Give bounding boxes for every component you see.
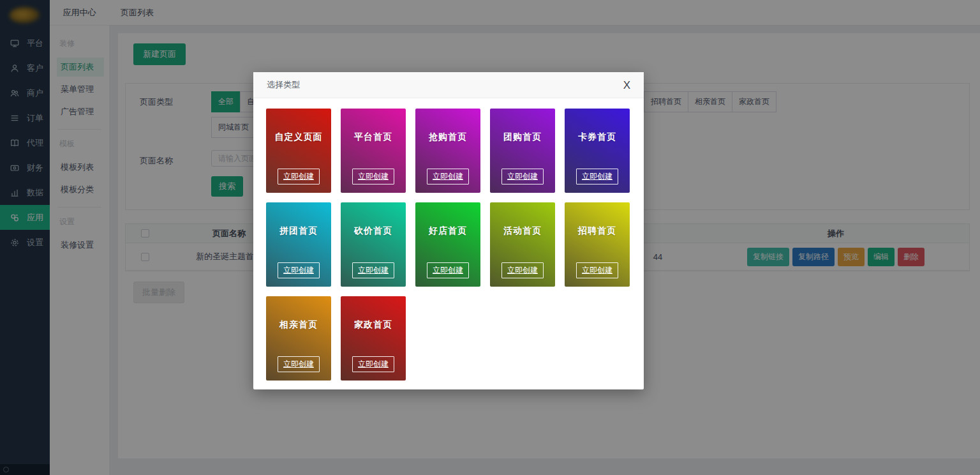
modal-header: 选择类型 X bbox=[253, 72, 644, 98]
card-title: 招聘首页 bbox=[578, 225, 616, 237]
card-title: 家政首页 bbox=[354, 319, 392, 331]
page-type-card[interactable]: 好店首页 立即创建 bbox=[415, 202, 480, 287]
create-now-button[interactable]: 立即创建 bbox=[501, 262, 544, 278]
page-type-card[interactable]: 平台首页 立即创建 bbox=[341, 109, 406, 193]
card-title: 自定义页面 bbox=[275, 132, 323, 143]
card-title: 砍价首页 bbox=[354, 225, 392, 237]
page-type-card[interactable]: 卡券首页 立即创建 bbox=[565, 109, 630, 193]
page-type-card[interactable]: 招聘首页 立即创建 bbox=[565, 202, 630, 287]
card-title: 团购首页 bbox=[503, 132, 542, 143]
card-title: 拼团首页 bbox=[279, 225, 318, 237]
close-icon[interactable]: X bbox=[623, 80, 630, 91]
page-type-card[interactable]: 拼团首页 立即创建 bbox=[266, 202, 331, 287]
create-now-button[interactable]: 立即创建 bbox=[352, 356, 394, 372]
create-now-button[interactable]: 立即创建 bbox=[278, 262, 320, 278]
page-type-card[interactable]: 相亲首页 立即创建 bbox=[266, 296, 331, 381]
create-now-button[interactable]: 立即创建 bbox=[278, 356, 320, 372]
page-type-cards: 自定义页面 立即创建 平台首页 立即创建 抢购首页 立即创建 团购首页 立即创建 bbox=[253, 98, 644, 391]
page-type-card[interactable]: 自定义页面 立即创建 bbox=[266, 109, 331, 193]
create-now-button[interactable]: 立即创建 bbox=[501, 169, 544, 185]
card-title: 好店首页 bbox=[429, 225, 467, 237]
page-type-card[interactable]: 家政首页 立即创建 bbox=[341, 296, 406, 381]
page-type-card[interactable]: 活动首页 立即创建 bbox=[490, 202, 555, 287]
page-type-card[interactable]: 团购首页 立即创建 bbox=[490, 109, 555, 193]
create-now-button[interactable]: 立即创建 bbox=[278, 169, 320, 185]
card-title: 抢购首页 bbox=[429, 132, 467, 143]
create-now-button[interactable]: 立即创建 bbox=[352, 262, 394, 278]
application-window: 平台 客户 商户 订单 代理 bbox=[0, 0, 980, 475]
select-type-modal: 选择类型 X 自定义页面 立即创建 平台首页 立即创建 抢购首页 立即创建 bbox=[253, 72, 644, 389]
create-now-button[interactable]: 立即创建 bbox=[352, 169, 394, 185]
card-title: 卡券首页 bbox=[578, 132, 616, 143]
page-type-card[interactable]: 抢购首页 立即创建 bbox=[415, 109, 480, 193]
create-now-button[interactable]: 立即创建 bbox=[427, 262, 469, 278]
page-type-card[interactable]: 砍价首页 立即创建 bbox=[341, 202, 406, 287]
create-now-button[interactable]: 立即创建 bbox=[576, 262, 618, 278]
create-now-button[interactable]: 立即创建 bbox=[427, 169, 469, 185]
card-title: 平台首页 bbox=[354, 132, 392, 143]
card-title: 活动首页 bbox=[503, 225, 542, 237]
card-title: 相亲首页 bbox=[279, 319, 318, 331]
modal-title: 选择类型 bbox=[267, 79, 300, 91]
create-now-button[interactable]: 立即创建 bbox=[576, 169, 618, 185]
